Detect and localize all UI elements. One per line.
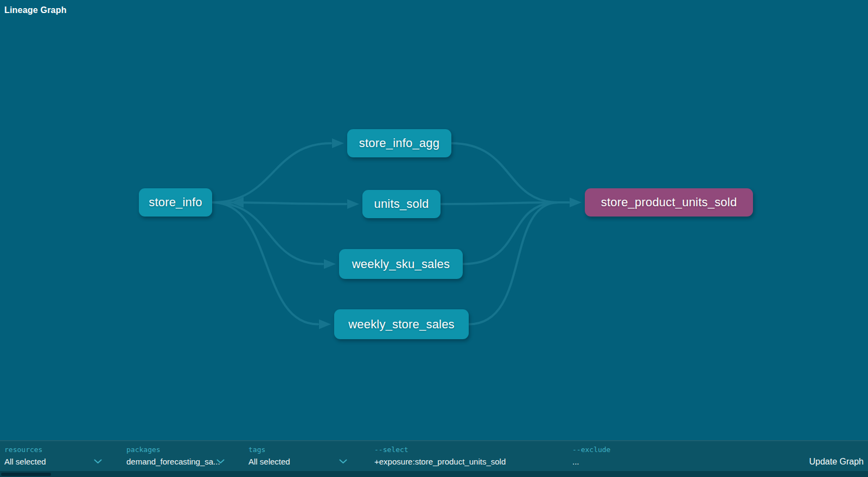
filter-resources-label: resources xyxy=(4,445,102,454)
edge-store_info-to-weekly_store_sales xyxy=(212,202,318,325)
node-store_info[interactable]: store_info xyxy=(139,188,212,217)
chevron-down-icon[interactable] xyxy=(94,459,102,464)
chevron-down-icon[interactable] xyxy=(339,459,347,464)
edge-weekly_store_sales-to-store_product_units_sold xyxy=(469,202,569,325)
filter-packages-value[interactable]: demand_forecasting_sa... xyxy=(126,456,220,467)
filter-tags-label: tags xyxy=(248,445,347,454)
filter-tags-value[interactable]: All selected xyxy=(248,456,290,467)
edge-store_info_agg-to-store_product_units_sold xyxy=(451,143,569,202)
filter-resources: resourcesAll selected xyxy=(4,445,102,467)
node-store_info_agg[interactable]: store_info_agg xyxy=(347,129,451,157)
chevron-down-icon[interactable] xyxy=(216,459,225,464)
node-weekly_sku_sales[interactable]: weekly_sku_sales xyxy=(339,249,463,279)
filter-resources-value[interactable]: All selected xyxy=(4,456,46,467)
arrowhead-into-units_sold xyxy=(347,199,359,209)
horizontal-scrollbar-thumb[interactable] xyxy=(1,473,51,476)
filter-packages-dropdown[interactable]: demand_forecasting_sa... xyxy=(126,456,225,467)
arrowhead-into-weekly_store_sales xyxy=(319,320,331,329)
filter-resources-dropdown[interactable]: All selected xyxy=(4,456,102,467)
filter-select: --select+exposure:store_product_units_so… xyxy=(374,445,559,467)
bottom-scrollbar-track xyxy=(0,471,868,477)
arrowhead-into-exposure xyxy=(570,198,582,207)
node-store_product_units_sold[interactable]: store_product_units_sold xyxy=(585,188,753,217)
node-units_sold[interactable]: units_sold xyxy=(362,190,441,218)
filter-select-input[interactable]: +exposure:store_product_units_sold xyxy=(374,456,559,467)
edge-weekly_sku_sales-to-store_product_units_sold xyxy=(463,202,569,264)
update-graph-button[interactable]: Update Graph xyxy=(809,457,864,467)
filter-select-label: --select xyxy=(374,445,559,454)
edge-store_info-to-store_info_agg xyxy=(212,143,331,202)
filter-packages-label: packages xyxy=(126,445,225,454)
filter-select-value[interactable]: +exposure:store_product_units_sold xyxy=(374,456,506,467)
lineage-canvas[interactable]: Lineage Graph store_infostore_info_aggun… xyxy=(0,0,868,440)
filter-exclude-label: --exclude xyxy=(572,445,735,454)
arrowhead-into-store_info_agg xyxy=(332,138,344,148)
filter-tags-dropdown[interactable]: All selected xyxy=(248,456,347,467)
graph-edges xyxy=(0,0,868,440)
arrowhead-into-weekly_sku_sales xyxy=(324,259,336,269)
filter-toolbar: resourcesAll selectedpackagesdemand_fore… xyxy=(0,440,868,471)
filter-tags: tagsAll selected xyxy=(248,445,347,467)
node-weekly_store_sales[interactable]: weekly_store_sales xyxy=(334,309,469,339)
filter-exclude: --exclude... xyxy=(572,445,735,467)
filter-packages: packagesdemand_forecasting_sa... xyxy=(126,445,225,467)
filter-exclude-value[interactable]: ... xyxy=(572,456,579,467)
edge-store_info-to-weekly_sku_sales xyxy=(212,202,323,264)
filter-exclude-input[interactable]: ... xyxy=(572,456,735,467)
edge-store_info-to-units_sold xyxy=(212,202,346,204)
